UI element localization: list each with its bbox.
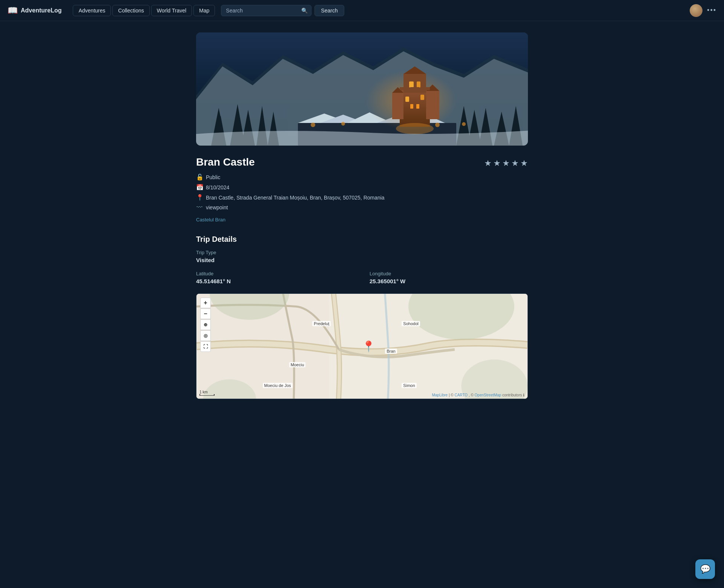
map-attribution: MapLibre | © CARTO , © OpenStreetMap con… <box>432 393 525 397</box>
map-label-moeciu-jos: Moeciu de Jos <box>263 383 293 388</box>
adventure-title: Bran Castle <box>196 156 255 168</box>
page-content: Bran Castle ★ ★ ★ ★ ★ 🔓 Public 📅 8/10/20… <box>189 21 535 422</box>
search-button[interactable]: Search <box>314 5 344 16</box>
search-wrapper: 🔍 <box>221 5 311 16</box>
svg-rect-16 <box>400 87 403 90</box>
brand-logo[interactable]: 📖 AdventureLog <box>8 6 61 15</box>
map-label-bran: Bran <box>385 349 397 354</box>
locate-button[interactable]: ◎ <box>200 330 211 341</box>
type-text: viewpoint <box>206 204 228 210</box>
trip-details-title: Trip Details <box>196 235 528 244</box>
nav-map[interactable]: Map <box>193 5 215 16</box>
navbar-right: ••• <box>690 4 716 17</box>
nav-collections[interactable]: Collections <box>112 5 149 16</box>
zoom-out-button[interactable]: − <box>200 309 211 319</box>
tag-link[interactable]: Castelul Bran <box>196 217 225 223</box>
star-3: ★ <box>502 158 510 168</box>
map-label-predelut: Predeluț <box>312 321 331 326</box>
navbar: 📖 AdventureLog Adventures Collections Wo… <box>0 0 724 21</box>
svg-rect-3 <box>400 89 430 127</box>
svg-rect-19 <box>416 87 419 90</box>
avatar-image <box>690 4 703 17</box>
svg-point-24 <box>341 122 345 126</box>
nav-adventures[interactable]: Adventures <box>73 5 111 16</box>
hero-image <box>196 32 528 146</box>
location-text: Bran Castle, Strada General Traian Moșoi… <box>206 195 385 201</box>
map-pin[interactable]: 📍 <box>362 340 375 353</box>
pin-icon: 📍 <box>196 194 203 201</box>
chat-fab[interactable]: 💬 <box>695 559 715 579</box>
svg-rect-15 <box>416 104 419 109</box>
svg-rect-6 <box>392 93 403 119</box>
svg-rect-14 <box>410 104 413 109</box>
more-button[interactable]: ••• <box>707 6 716 14</box>
map-container: Predeluț Sohodol Bran Moeciu Moeciu de J… <box>196 293 528 399</box>
svg-rect-12 <box>405 97 409 102</box>
svg-rect-8 <box>426 91 439 119</box>
svg-rect-10 <box>409 81 414 88</box>
osm-link[interactable]: OpenStreetMap <box>475 393 502 397</box>
meta-info: 🔓 Public 📅 8/10/2024 📍 Bran Castle, Stra… <box>196 173 528 211</box>
svg-rect-17 <box>405 87 409 90</box>
svg-point-26 <box>462 122 466 126</box>
search-area: 🔍 Search <box>221 5 344 16</box>
search-input[interactable] <box>221 5 311 16</box>
activity-icon: 〰 <box>196 204 203 211</box>
maplibre-link[interactable]: MapLibre <box>432 393 448 397</box>
svg-rect-20 <box>421 87 425 90</box>
hero-image-container <box>196 32 528 146</box>
star-rating: ★ ★ ★ ★ ★ <box>484 158 528 168</box>
map-scale-label: 1 km <box>199 390 208 394</box>
chat-icon: 💬 <box>700 564 710 574</box>
star-2: ★ <box>493 158 501 168</box>
svg-rect-13 <box>420 95 424 100</box>
carto-link[interactable]: CARTO <box>454 393 468 397</box>
location-row: 📍 Bran Castle, Strada General Traian Moș… <box>196 194 528 201</box>
latitude-label: Latitude <box>196 271 354 276</box>
date-text: 8/10/2024 <box>206 184 229 190</box>
svg-rect-11 <box>417 81 420 88</box>
trip-type-label: Trip Type <box>196 250 354 255</box>
lock-icon: 🔓 <box>196 173 203 181</box>
map-scale-bar <box>199 394 215 396</box>
avatar[interactable] <box>690 4 703 17</box>
svg-point-25 <box>435 123 440 127</box>
svg-point-22 <box>396 123 434 134</box>
map-controls: + − ⊕ ◎ ⛶ <box>200 298 211 352</box>
nav-world-travel[interactable]: World Travel <box>151 5 192 16</box>
calendar-icon: 📅 <box>196 184 203 191</box>
map-scale: 1 km <box>199 390 215 396</box>
latitude-value: 45.514681° N <box>196 278 354 284</box>
svg-rect-21 <box>426 87 430 90</box>
date-row: 📅 8/10/2024 <box>196 184 528 191</box>
svg-point-23 <box>311 123 315 127</box>
visibility-text: Public <box>206 174 220 180</box>
longitude-value: 25.365001° W <box>370 278 528 284</box>
star-1: ★ <box>484 158 492 168</box>
svg-rect-18 <box>410 87 414 90</box>
map-label-simon: Simon <box>402 383 416 388</box>
latitude-block: Latitude 45.514681° N <box>196 271 354 284</box>
trip-details-grid: Trip Type Visited Latitude 45.514681° N … <box>196 250 528 284</box>
brand-icon: 📖 <box>8 6 18 15</box>
star-5: ★ <box>520 158 528 168</box>
tags-section: Castelul Bran <box>196 216 528 223</box>
longitude-block: Longitude 25.365001° W <box>370 271 528 284</box>
nav-links: Adventures Collections World Travel Map <box>73 5 215 16</box>
star-4: ★ <box>511 158 519 168</box>
title-section: Bran Castle ★ ★ ★ ★ ★ <box>196 156 528 168</box>
zoom-in-button[interactable]: + <box>200 298 211 308</box>
brand-name: AdventureLog <box>21 7 61 14</box>
expand-button[interactable]: ⛶ <box>200 341 211 352</box>
type-row: 〰 viewpoint <box>196 204 528 211</box>
map-background: Predeluț Sohodol Bran Moeciu Moeciu de J… <box>196 294 528 399</box>
compass-button[interactable]: ⊕ <box>200 319 211 330</box>
map-label-moeciu: Moeciu <box>289 362 305 367</box>
longitude-label: Longitude <box>370 271 528 276</box>
trip-type-value: Visited <box>196 257 354 263</box>
visibility-row: 🔓 Public <box>196 173 528 181</box>
trip-type-block: Trip Type Visited <box>196 250 354 263</box>
map-label-sohodol: Sohodol <box>402 321 420 326</box>
